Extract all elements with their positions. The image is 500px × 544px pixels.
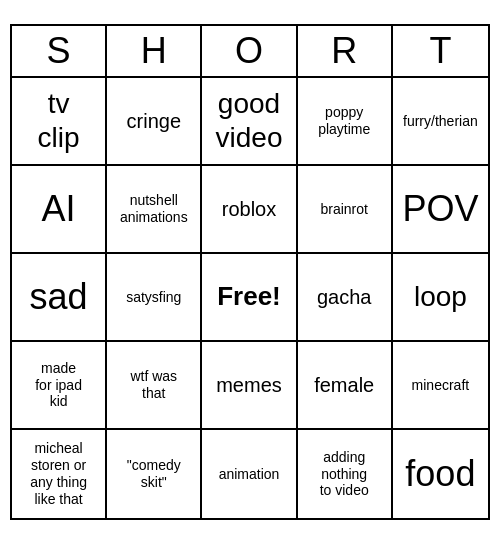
bingo-cell-15[interactable]: made for ipad kid bbox=[12, 342, 107, 430]
cell-text-12: Free! bbox=[217, 281, 281, 312]
bingo-cell-12[interactable]: Free! bbox=[202, 254, 297, 342]
bingo-cell-24[interactable]: food bbox=[393, 430, 488, 518]
header-letter-r: R bbox=[298, 26, 393, 76]
cell-text-1: cringe bbox=[127, 109, 181, 133]
bingo-cell-10[interactable]: sad bbox=[12, 254, 107, 342]
header-letter-h: H bbox=[107, 26, 202, 76]
header-letter-t: T bbox=[393, 26, 488, 76]
cell-text-19: minecraft bbox=[412, 377, 470, 394]
cell-text-9: POV bbox=[402, 187, 478, 230]
bingo-cell-13[interactable]: gacha bbox=[298, 254, 393, 342]
cell-text-24: food bbox=[405, 452, 475, 495]
cell-text-0: tv clip bbox=[38, 87, 80, 154]
bingo-cell-9[interactable]: POV bbox=[393, 166, 488, 254]
header-letter-s: S bbox=[12, 26, 107, 76]
bingo-cell-22[interactable]: animation bbox=[202, 430, 297, 518]
bingo-cell-5[interactable]: AI bbox=[12, 166, 107, 254]
bingo-cell-0[interactable]: tv clip bbox=[12, 78, 107, 166]
cell-text-8: brainrot bbox=[320, 201, 367, 218]
bingo-cell-18[interactable]: female bbox=[298, 342, 393, 430]
cell-text-11: satysfing bbox=[126, 289, 181, 306]
bingo-cell-21[interactable]: "comedy skit" bbox=[107, 430, 202, 518]
cell-text-23: adding nothing to video bbox=[320, 449, 369, 499]
cell-text-10: sad bbox=[30, 275, 88, 318]
bingo-cell-4[interactable]: furry/therian bbox=[393, 78, 488, 166]
bingo-grid: tv clipcringegood videopoppy playtimefur… bbox=[12, 78, 488, 518]
cell-text-18: female bbox=[314, 373, 374, 397]
header-letter-o: O bbox=[202, 26, 297, 76]
bingo-cell-3[interactable]: poppy playtime bbox=[298, 78, 393, 166]
cell-text-15: made for ipad kid bbox=[35, 360, 82, 410]
cell-text-3: poppy playtime bbox=[318, 104, 370, 138]
bingo-cell-23[interactable]: adding nothing to video bbox=[298, 430, 393, 518]
bingo-cell-19[interactable]: minecraft bbox=[393, 342, 488, 430]
cell-text-21: "comedy skit" bbox=[127, 457, 181, 491]
bingo-cell-7[interactable]: roblox bbox=[202, 166, 297, 254]
bingo-cell-17[interactable]: memes bbox=[202, 342, 297, 430]
cell-text-22: animation bbox=[219, 466, 280, 483]
cell-text-14: loop bbox=[414, 280, 467, 314]
bingo-cell-11[interactable]: satysfing bbox=[107, 254, 202, 342]
cell-text-13: gacha bbox=[317, 285, 372, 309]
bingo-cell-6[interactable]: nutshell animations bbox=[107, 166, 202, 254]
cell-text-7: roblox bbox=[222, 197, 276, 221]
bingo-cell-2[interactable]: good video bbox=[202, 78, 297, 166]
bingo-cell-16[interactable]: wtf was that bbox=[107, 342, 202, 430]
cell-text-2: good video bbox=[216, 87, 283, 154]
header-row: SHORT bbox=[12, 26, 488, 78]
bingo-card: SHORT tv clipcringegood videopoppy playt… bbox=[10, 24, 490, 520]
cell-text-5: AI bbox=[42, 187, 76, 230]
cell-text-20: micheal storen or any thing like that bbox=[30, 440, 87, 507]
cell-text-6: nutshell animations bbox=[120, 192, 188, 226]
bingo-cell-20[interactable]: micheal storen or any thing like that bbox=[12, 430, 107, 518]
bingo-cell-8[interactable]: brainrot bbox=[298, 166, 393, 254]
bingo-cell-14[interactable]: loop bbox=[393, 254, 488, 342]
bingo-cell-1[interactable]: cringe bbox=[107, 78, 202, 166]
cell-text-17: memes bbox=[216, 373, 282, 397]
cell-text-4: furry/therian bbox=[403, 113, 478, 130]
cell-text-16: wtf was that bbox=[130, 368, 177, 402]
